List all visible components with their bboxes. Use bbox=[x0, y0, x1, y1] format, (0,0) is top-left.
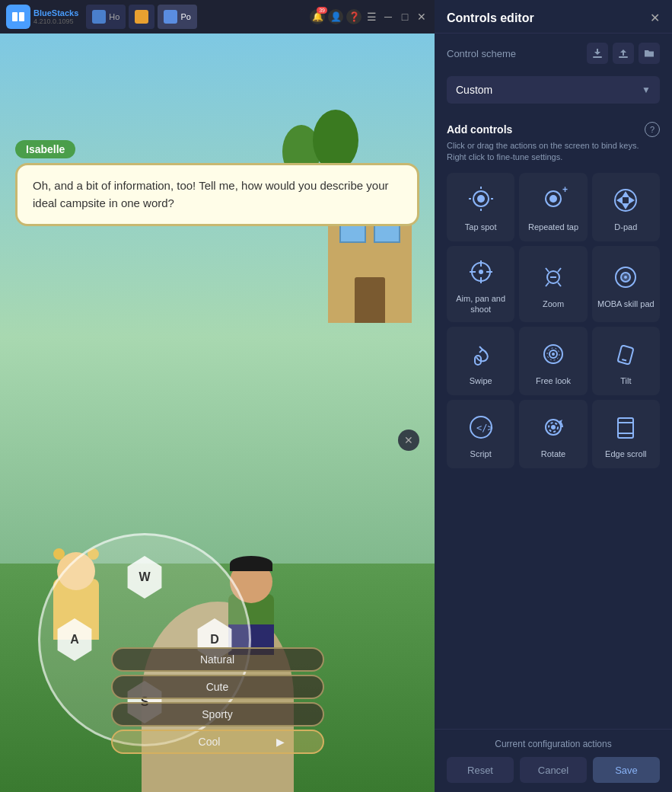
add-controls-title: Add controls bbox=[447, 123, 512, 136]
scheme-folder-button[interactable] bbox=[639, 43, 660, 64]
game-area: Isabelle Oh, and a bit of information, t… bbox=[0, 34, 435, 792]
control-script[interactable]: </> Script bbox=[447, 400, 514, 468]
svg-rect-2 bbox=[593, 56, 602, 58]
svg-marker-17 bbox=[629, 196, 635, 204]
tab-home[interactable]: Ho bbox=[86, 5, 126, 29]
dialog-area: Isabelle Oh, and a bit of information, t… bbox=[15, 140, 419, 226]
zoom-label: Zoom bbox=[543, 299, 564, 309]
scheme-download-button[interactable] bbox=[587, 43, 608, 64]
controls-panel: Controls editor ✕ Control scheme bbox=[435, 0, 672, 792]
reset-button[interactable]: Reset bbox=[447, 757, 514, 783]
svg-rect-33 bbox=[618, 346, 634, 365]
app-version: 4.210.0.1095 bbox=[33, 18, 78, 25]
aim-pan-shoot-icon bbox=[464, 255, 498, 289]
control-tilt[interactable]: Tilt bbox=[592, 327, 660, 395]
scheme-dropdown[interactable]: Custom ▼ bbox=[447, 76, 660, 104]
game1-tab-icon bbox=[135, 10, 148, 24]
control-tap-spot[interactable]: Tap spot bbox=[447, 173, 514, 241]
swipe-label: Swipe bbox=[470, 375, 492, 386]
panel-header: Controls editor ✕ bbox=[435, 0, 672, 34]
control-repeated-tap[interactable]: + Repeated tap bbox=[519, 173, 587, 241]
svg-text:+: + bbox=[562, 185, 568, 195]
menu-icon[interactable]: ☰ bbox=[365, 10, 378, 24]
script-label: Script bbox=[470, 449, 492, 459]
swipe-icon bbox=[464, 337, 498, 371]
svg-rect-1 bbox=[19, 12, 24, 21]
brand-info: BlueStacks 4.210.0.1095 bbox=[33, 8, 78, 25]
svg-rect-41 bbox=[618, 418, 633, 438]
moba-skill-pad-icon bbox=[609, 260, 642, 294]
svg-marker-14 bbox=[622, 191, 629, 197]
character-name: Isabelle bbox=[15, 140, 75, 158]
control-edge-scroll[interactable]: Edge scroll bbox=[592, 400, 660, 468]
dialog-text: Oh, and a bit of information, too! Tell … bbox=[33, 179, 388, 209]
repeated-tap-icon: + bbox=[537, 184, 570, 217]
svg-text:</>: </> bbox=[476, 423, 493, 433]
add-controls-help[interactable]: ? bbox=[645, 122, 660, 137]
close-overlay-button[interactable]: ✕ bbox=[398, 430, 419, 451]
rotate-icon bbox=[537, 410, 570, 444]
game2-tab-icon bbox=[164, 10, 177, 24]
dialog-bubble: Oh, and a bit of information, too! Tell … bbox=[15, 163, 419, 226]
maximize-button[interactable]: □ bbox=[398, 10, 412, 24]
tab-game2[interactable]: Po bbox=[158, 5, 196, 29]
zoom-icon bbox=[537, 260, 570, 294]
svg-marker-16 bbox=[616, 196, 623, 204]
svg-point-11 bbox=[549, 195, 557, 203]
save-button[interactable]: Save bbox=[593, 757, 660, 783]
svg-point-19 bbox=[479, 270, 483, 274]
control-moba-skill-pad[interactable]: MOBA skill pad bbox=[592, 246, 660, 323]
control-aim-pan-shoot[interactable]: Aim, pan and shoot bbox=[447, 246, 514, 323]
account-icon[interactable]: 👤 bbox=[328, 9, 343, 24]
option-cool[interactable]: Cool ▶ bbox=[111, 730, 324, 754]
close-window-button[interactable]: ✕ bbox=[415, 10, 428, 24]
scheme-actions bbox=[587, 43, 660, 64]
selection-options: Natural Cute Sporty Cool ▶ bbox=[96, 647, 339, 754]
control-free-look[interactable]: Free look bbox=[519, 327, 587, 395]
svg-line-34 bbox=[623, 359, 627, 361]
tab-game1[interactable] bbox=[129, 5, 154, 29]
panel-bottom: Current configuration actions Reset Canc… bbox=[435, 729, 672, 792]
control-dpad[interactable]: D-pad bbox=[592, 173, 660, 241]
selected-indicator: ▶ bbox=[276, 736, 285, 748]
svg-point-5 bbox=[477, 195, 485, 203]
tilt-label: Tilt bbox=[620, 375, 631, 386]
scheme-dropdown-arrow: ▼ bbox=[642, 85, 651, 95]
svg-point-31 bbox=[552, 353, 555, 356]
panel-title: Controls editor bbox=[447, 11, 534, 25]
help-icon[interactable]: ❓ bbox=[346, 9, 361, 24]
notification-badge: 39 bbox=[317, 7, 327, 14]
minimize-button[interactable]: ─ bbox=[381, 10, 395, 24]
add-controls-header: Add controls ? bbox=[447, 122, 660, 137]
script-icon: </> bbox=[464, 410, 498, 444]
option-natural[interactable]: Natural bbox=[111, 647, 324, 672]
option-cute[interactable]: Cute bbox=[111, 675, 324, 699]
panel-close-button[interactable]: ✕ bbox=[650, 11, 660, 25]
scheme-label: Control scheme bbox=[447, 48, 516, 59]
tap-spot-label: Tap spot bbox=[465, 222, 497, 232]
svg-point-27 bbox=[624, 276, 627, 279]
app-name: BlueStacks bbox=[33, 8, 78, 18]
tap-spot-icon bbox=[464, 184, 498, 217]
add-controls-description: Click or drag the actions on the screen … bbox=[447, 140, 660, 164]
svg-marker-15 bbox=[622, 203, 629, 209]
scheme-selected-value: Custom bbox=[456, 84, 492, 96]
home-tab-icon bbox=[92, 10, 106, 24]
config-buttons: Reset Cancel Save bbox=[447, 757, 660, 783]
option-sporty[interactable]: Sporty bbox=[111, 702, 324, 727]
bluestacks-logo bbox=[6, 5, 30, 29]
controls-grid: Tap spot + Repeated tap bbox=[447, 173, 660, 469]
notification-bell[interactable]: 🔔 39 bbox=[310, 9, 325, 24]
svg-point-37 bbox=[551, 425, 556, 430]
dpad-icon bbox=[609, 184, 642, 217]
title-bar: BlueStacks 4.210.0.1095 Ho Po 🔔 39 👤 ❓ ☰ bbox=[0, 0, 435, 34]
control-swipe[interactable]: Swipe bbox=[447, 327, 514, 395]
config-actions-label: Current configuration actions bbox=[447, 739, 660, 749]
building-door bbox=[355, 277, 385, 323]
scheme-upload-button[interactable] bbox=[613, 43, 634, 64]
cancel-button[interactable]: Cancel bbox=[520, 757, 587, 783]
bluestacks-window: BlueStacks 4.210.0.1095 Ho Po 🔔 39 👤 ❓ ☰ bbox=[0, 0, 435, 792]
control-zoom[interactable]: Zoom bbox=[519, 246, 587, 323]
free-look-label: Free look bbox=[536, 375, 571, 386]
control-rotate[interactable]: Rotate bbox=[519, 400, 587, 468]
